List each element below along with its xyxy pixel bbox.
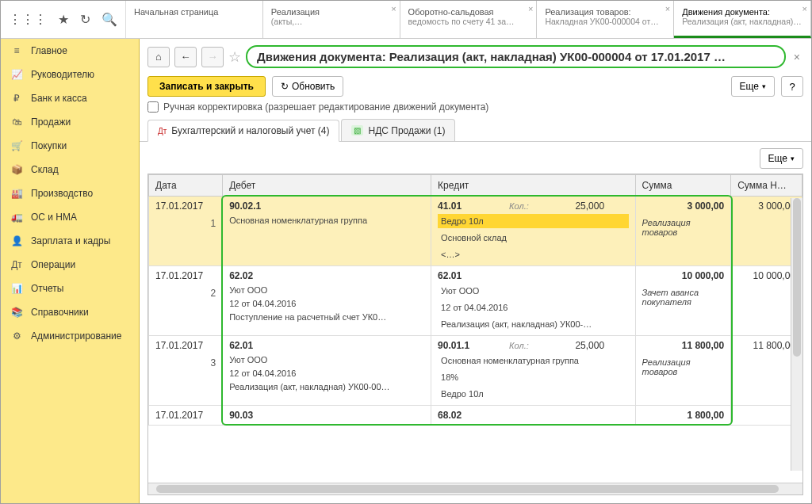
sidebar-icon: 🏭 — [10, 188, 23, 199]
sidebar-item-label: Операции — [31, 259, 75, 270]
sidebar-item[interactable]: ≡Главное — [1, 39, 139, 63]
sidebar-item[interactable]: ⚙Администрирование — [1, 324, 139, 348]
top-tab[interactable]: Начальная страница — [126, 1, 263, 38]
back-button[interactable]: ← — [174, 47, 197, 67]
top-tab[interactable]: Реализация(акты,…× — [263, 1, 400, 38]
sidebar-item-label: Продажи — [31, 116, 71, 128]
history-icon[interactable]: ↻ — [80, 12, 90, 27]
sub-tabs: ДтБухгалтерский и налоговый учет (4)▧НДС… — [140, 119, 811, 142]
close-icon[interactable]: × — [791, 51, 803, 63]
sidebar-icon: 📈 — [10, 69, 23, 80]
horizontal-scrollbar[interactable] — [148, 483, 802, 494]
manual-edit-label: Ручная корректировка (разрешает редактир… — [163, 101, 488, 113]
sidebar-icon: 📚 — [10, 307, 23, 318]
sidebar-item-label: ОС и НМА — [31, 212, 77, 223]
grid-more-button[interactable]: Еще ▾ — [760, 148, 803, 169]
tab-icon: ▧ — [351, 125, 363, 136]
refresh-button[interactable]: ↻Обновить — [272, 76, 343, 97]
favorite-icon[interactable]: ☆ — [228, 48, 241, 66]
sidebar-icon: ₽ — [10, 93, 23, 104]
tab-close-icon[interactable]: × — [802, 4, 807, 13]
top-icon-group: ⋮⋮⋮ ★ ↻ 🔍 — [1, 1, 126, 38]
refresh-icon: ↻ — [281, 81, 289, 92]
sidebar-item[interactable]: 👤Зарплата и кадры — [1, 229, 139, 253]
sidebar-item[interactable]: ДтОперации — [1, 253, 139, 277]
more-button[interactable]: Еще ▾ — [731, 76, 775, 97]
manual-edit-checkbox[interactable] — [147, 101, 159, 113]
sidebar-icon: 📊 — [10, 283, 23, 294]
forward-button[interactable]: → — [201, 47, 224, 67]
sidebar-item[interactable]: 🚛ОС и НМА — [1, 205, 139, 229]
sidebar-item-label: Банк и касса — [31, 93, 87, 104]
sidebar-item-label: Главное — [31, 45, 67, 56]
save-close-button[interactable]: Записать и закрыть — [147, 76, 266, 97]
sidebar-item-label: Справочники — [31, 307, 89, 318]
sidebar-item-label: Зарплата и кадры — [31, 235, 110, 246]
table-row[interactable]: 17.01.20173 62.01Уют ООО12 от 04.04.2016… — [149, 336, 802, 406]
top-tab-bar: ⋮⋮⋮ ★ ↻ 🔍 Начальная страницаРеализация(а… — [1, 1, 811, 39]
search-icon[interactable]: 🔍 — [102, 12, 117, 27]
sidebar-item[interactable]: 📚Справочники — [1, 300, 139, 324]
col-date[interactable]: Дата — [149, 175, 223, 197]
sidebar-item[interactable]: 🛍Продажи — [1, 110, 139, 134]
sub-tab[interactable]: ▧НДС Продажи (1) — [341, 119, 455, 141]
col-sumn[interactable]: Сумма Н… — [731, 175, 802, 197]
sidebar-icon: ⚙ — [10, 330, 23, 342]
sidebar-item-label: Отчеты — [31, 283, 63, 294]
sidebar-icon: ≡ — [10, 45, 23, 56]
sidebar-item[interactable]: 🏭Производство — [1, 181, 139, 205]
sidebar-item[interactable]: ₽Банк и касса — [1, 86, 139, 110]
sidebar-item[interactable]: 📦Склад — [1, 158, 139, 181]
sidebar-item-label: Склад — [31, 164, 59, 175]
sub-tab[interactable]: ДтБухгалтерский и налоговый учет (4) — [147, 120, 339, 142]
page-title: Движения документа: Реализация (акт, нак… — [246, 45, 786, 68]
tab-close-icon[interactable]: × — [391, 4, 396, 13]
sidebar-icon: 🚛 — [10, 212, 23, 223]
table-row[interactable]: 17.01.20172 62.02Уют ООО12 от 04.04.2016… — [149, 266, 802, 336]
sidebar-item[interactable]: 📈Руководителю — [1, 63, 139, 86]
sidebar-icon: 🛍 — [10, 116, 23, 128]
sidebar-item[interactable]: 🛒Покупки — [1, 134, 139, 158]
sidebar-icon: 👤 — [10, 235, 23, 246]
tab-close-icon[interactable]: × — [528, 4, 533, 13]
accounting-grid[interactable]: Дата Дебет Кредит Сумма Сумма Н… 17.01.2… — [147, 174, 803, 495]
col-sum[interactable]: Сумма — [635, 175, 731, 197]
col-debit[interactable]: Дебет — [223, 175, 431, 197]
sidebar-item-label: Администрирование — [31, 330, 121, 342]
sidebar-item[interactable]: 📊Отчеты — [1, 277, 139, 300]
table-row[interactable]: 17.01.20171 90.02.1Основная номенклатурн… — [149, 197, 802, 266]
tab-close-icon[interactable]: × — [665, 4, 670, 13]
sidebar: ≡Главное📈Руководителю₽Банк и касса🛍Прода… — [1, 39, 140, 503]
top-tab[interactable]: Движения документа:Реализация (акт, накл… — [674, 1, 811, 38]
sidebar-item-label: Покупки — [31, 140, 67, 151]
star-icon[interactable]: ★ — [58, 12, 69, 27]
help-button[interactable]: ? — [781, 76, 803, 97]
home-button[interactable]: ⌂ — [147, 47, 170, 67]
col-credit[interactable]: Кредит — [431, 175, 636, 197]
sidebar-item-label: Производство — [31, 188, 93, 199]
top-tab[interactable]: Оборотно-сальдоваяведомость по счету 41 … — [400, 1, 538, 38]
main-panel: ⌂ ← → ☆ Движения документа: Реализация (… — [140, 39, 811, 503]
top-tab[interactable]: Реализация товаров:Накладная УК00-000004… — [537, 1, 674, 38]
table-row[interactable]: 17.01.2017 90.03 68.02 1 800,00 — [149, 406, 802, 426]
sidebar-icon: Дт — [10, 259, 23, 270]
sidebar-icon: 📦 — [10, 164, 23, 175]
sidebar-icon: 🛒 — [10, 140, 23, 151]
vertical-scrollbar[interactable] — [791, 198, 802, 471]
tab-icon: Дт — [158, 127, 167, 136]
apps-icon[interactable]: ⋮⋮⋮ — [9, 12, 47, 27]
sidebar-item-label: Руководителю — [31, 69, 94, 80]
